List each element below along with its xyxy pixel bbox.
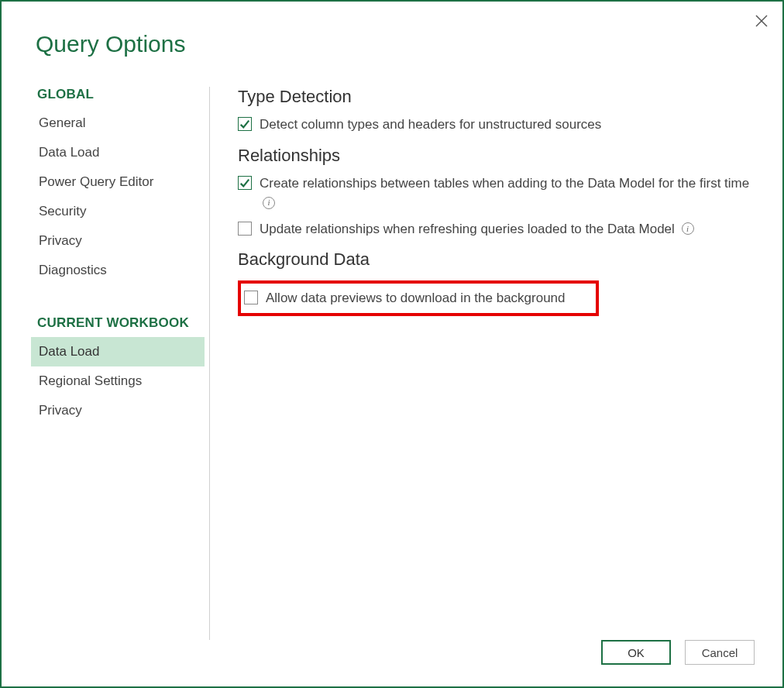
allow-previews-checkbox[interactable] xyxy=(244,291,258,304)
allow-previews-row: Allow data previews to download in the b… xyxy=(244,288,590,308)
nav-item-power-query-editor[interactable]: Power Query Editor xyxy=(31,167,205,197)
highlighted-option: Allow data previews to download in the b… xyxy=(238,280,599,316)
content-panel: Type Detection Detect column types and h… xyxy=(218,81,759,640)
nav-item-security[interactable]: Security xyxy=(31,197,205,226)
nav-item-general[interactable]: General xyxy=(31,108,205,138)
detect-columns-row: Detect column types and headers for unst… xyxy=(238,115,759,135)
nav-item-global-data-load[interactable]: Data Load xyxy=(31,138,205,167)
allow-previews-label: Allow data previews to download in the b… xyxy=(266,288,590,308)
update-relationships-label: Update relationships when refreshing que… xyxy=(260,219,759,239)
vertical-divider xyxy=(209,87,210,640)
close-button[interactable] xyxy=(751,11,772,31)
checkmark-icon xyxy=(239,119,250,129)
close-icon xyxy=(755,15,768,27)
create-relationships-row: Create relationships between tables when… xyxy=(238,174,759,213)
checkmark-icon xyxy=(239,177,250,188)
background-data-heading: Background Data xyxy=(238,249,759,270)
query-options-dialog: Query Options GLOBAL General Data Load P… xyxy=(0,0,784,688)
nav-item-workbook-privacy[interactable]: Privacy xyxy=(31,396,205,425)
nav-item-regional-settings[interactable]: Regional Settings xyxy=(31,366,205,396)
section-header-global: GLOBAL xyxy=(31,87,205,108)
update-relationships-row: Update relationships when refreshing que… xyxy=(238,219,759,239)
nav-item-workbook-data-load[interactable]: Data Load xyxy=(31,337,205,366)
dialog-title: Query Options xyxy=(2,2,782,57)
section-header-current-workbook: CURRENT WORKBOOK xyxy=(31,303,205,337)
nav-item-diagnostics[interactable]: Diagnostics xyxy=(31,256,205,285)
info-icon[interactable]: i xyxy=(263,197,275,209)
dialog-footer: OK Cancel xyxy=(2,640,782,686)
detect-columns-checkbox[interactable] xyxy=(238,117,252,131)
cancel-button[interactable]: Cancel xyxy=(685,640,755,665)
ok-button[interactable]: OK xyxy=(601,640,671,665)
type-detection-heading: Type Detection xyxy=(238,87,759,107)
relationships-heading: Relationships xyxy=(238,146,759,166)
create-relationships-label: Create relationships between tables when… xyxy=(260,174,759,213)
nav-item-global-privacy[interactable]: Privacy xyxy=(31,226,205,256)
detect-columns-label: Detect column types and headers for unst… xyxy=(260,115,759,135)
create-relationships-checkbox[interactable] xyxy=(238,176,252,190)
info-icon[interactable]: i xyxy=(682,222,694,235)
sidebar: GLOBAL General Data Load Power Query Edi… xyxy=(31,81,209,640)
update-relationships-checkbox[interactable] xyxy=(238,222,252,236)
